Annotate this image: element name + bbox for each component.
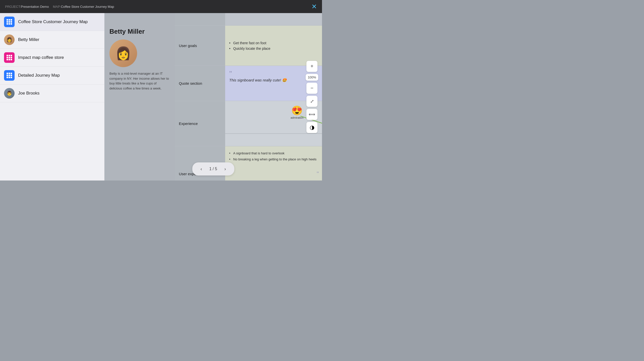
sidebar-item-impact-map[interactable]: Impact map coffee store: [0, 49, 104, 67]
avatar-joe-small: 👨: [4, 88, 15, 99]
admiration-label: admiration: [291, 116, 303, 119]
theme-toggle-button[interactable]: ◑: [306, 122, 317, 133]
persona-panel: Betty Miller 👩 Betty is a mid-level mana…: [104, 13, 175, 180]
sidebar-item-coffee-journey-map[interactable]: Coffee Store Customer Journey Map: [0, 13, 104, 31]
sidebar-item-label-betty-miller: Betty Miller: [18, 37, 39, 42]
map-label: MAP:: [53, 5, 61, 9]
admiration-emoji: 😍: [291, 106, 303, 115]
avatar-betty-large: 👩: [109, 39, 137, 67]
sidebar: Coffee Store Customer Journey Map 👩 Bett…: [0, 13, 104, 180]
plus-icon: +: [310, 63, 313, 69]
main-content: Betty Miller 👩 Betty is a mid-level mana…: [104, 13, 322, 180]
expand-horizontal-icon: ⟺: [309, 112, 315, 117]
project-name: Presentation Demo: [21, 5, 49, 9]
expand-horizontal-button[interactable]: ⟺: [306, 109, 317, 120]
grid-icon-pink: [4, 52, 15, 63]
chevron-left-icon: ‹: [200, 166, 202, 172]
avatar-betty-small: 👩: [4, 34, 15, 45]
sidebar-item-detailed-journey[interactable]: Detailed Journey Map: [0, 67, 104, 84]
section-label-experience: Experience: [175, 101, 225, 146]
zoom-level-display: 100%: [306, 74, 318, 81]
sidebar-item-label-impact-map: Impact map coffee store: [18, 55, 64, 60]
close-button[interactable]: ✕: [311, 3, 317, 10]
persona-name: Betty Miller: [109, 28, 170, 35]
emotion-point-admiration: 😍 admiration: [291, 106, 303, 119]
theme-icon: ◑: [310, 124, 314, 131]
pagination: ‹ 1 / 5 ›: [192, 162, 234, 175]
sidebar-item-joe-brooks[interactable]: 👨 Joe Brooks: [0, 84, 104, 102]
section-label-user-goals: User goals: [175, 26, 225, 66]
pagination-next-button[interactable]: ›: [221, 165, 229, 173]
fit-screen-button[interactable]: ⤢: [306, 96, 317, 107]
zoom-in-button[interactable]: +: [306, 61, 317, 72]
canvas-layout: Betty Miller 👩 Betty is a mid-level mana…: [104, 13, 322, 180]
ui-controls: + 100% − ⤢ ⟺ ◑: [306, 13, 318, 180]
pagination-prev-button[interactable]: ‹: [197, 165, 205, 173]
map-name: Coffee Store Customer Journey Map: [61, 5, 114, 9]
sidebar-item-label-joe-brooks: Joe Brooks: [18, 91, 39, 96]
sidebar-item-betty-miller[interactable]: 👩 Betty Miller: [0, 31, 104, 49]
fit-icon: ⤢: [310, 99, 314, 104]
pagination-display: 1 / 5: [209, 167, 217, 171]
zoom-out-button[interactable]: −: [306, 83, 317, 94]
chevron-right-icon: ›: [224, 166, 226, 172]
sidebar-item-label-detailed-journey: Detailed Journey Map: [18, 73, 60, 78]
persona-description: Betty is a mid-level manager at an IT co…: [109, 71, 170, 91]
section-labels-panel: User goals Quote section Experience User…: [175, 13, 225, 180]
sidebar-item-label-coffee-journey-map: Coffee Store Customer Journey Map: [18, 19, 88, 24]
minus-icon: −: [310, 85, 313, 91]
grid-icon-blue-2: [4, 70, 15, 81]
section-label-quote: Quote section: [175, 66, 225, 101]
project-label: PROJECT:: [5, 5, 21, 9]
header-bar: PROJECT: Presentation Demo MAP: Coffee S…: [0, 0, 322, 13]
zoom-percentage: 100%: [308, 75, 316, 79]
grid-icon-blue-1: [4, 17, 15, 27]
